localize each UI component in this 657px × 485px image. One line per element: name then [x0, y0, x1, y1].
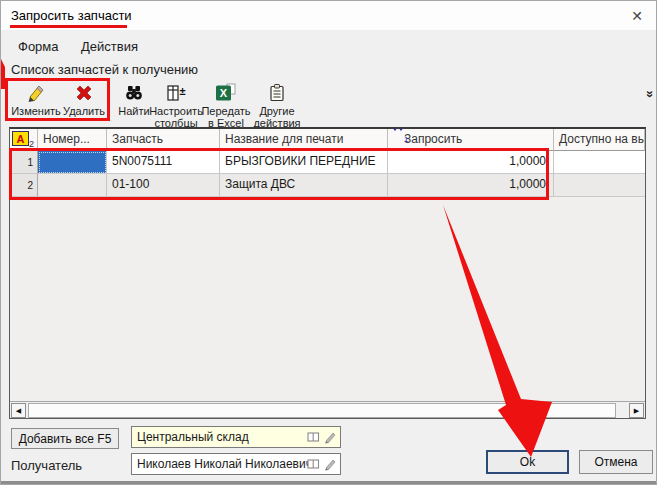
cell-available[interactable]: [554, 174, 645, 197]
edit-button[interactable]: Изменить: [9, 81, 63, 117]
table-row[interactable]: 1 5N0075111 БРЫЗГОВИКИ ПЕРЕДНИЕ 1,0000: [10, 151, 645, 174]
cell-print-name[interactable]: БРЫЗГОВИКИ ПЕРЕДНИЕ: [220, 151, 388, 174]
other-actions-button[interactable]: Другие действия: [250, 81, 304, 129]
cell-number[interactable]: [38, 174, 107, 197]
menu-deystviya[interactable]: Действия: [77, 37, 142, 56]
scroll-right-icon[interactable]: ▶: [629, 403, 644, 418]
delete-x-icon: [57, 81, 111, 105]
window-bottom-border: [1, 481, 656, 484]
pencil-icon: [9, 81, 63, 105]
cell-available[interactable]: [554, 151, 645, 174]
configure-columns-button[interactable]: ± Настроить столбцы: [149, 81, 203, 129]
delete-button[interactable]: Удалить: [57, 81, 111, 117]
column-header-part[interactable]: Запчасть: [107, 129, 220, 151]
cell-part[interactable]: 5N0075111: [107, 151, 220, 174]
cell-print-name[interactable]: Защита ДВС: [220, 174, 388, 197]
close-icon[interactable]: ✕: [626, 6, 648, 26]
toolbar-overflow-icon[interactable]: »: [640, 88, 657, 100]
sort-indicator-icon: 1: [392, 131, 402, 145]
edit-pencil-icon[interactable]: [323, 430, 337, 447]
warehouse-field[interactable]: Центральный склад: [131, 426, 341, 448]
recipient-label: Получатель: [11, 458, 82, 473]
catalog-book-icon[interactable]: [307, 457, 320, 474]
column-header-print-name[interactable]: Название для печати: [220, 129, 388, 151]
table-corner-cell[interactable]: A 2: [10, 129, 38, 151]
selected-cell[interactable]: [38, 151, 107, 174]
menu-forma[interactable]: Форма: [14, 37, 63, 56]
annotation-title-underline: [10, 25, 127, 28]
cancel-button[interactable]: Отмена: [579, 450, 653, 474]
scrollbar-thumb[interactable]: [28, 403, 616, 418]
column-header-available[interactable]: Доступно на выбра: [554, 129, 645, 151]
cell-qty[interactable]: 1,0000: [388, 151, 554, 174]
cell-part[interactable]: 01-100: [107, 174, 220, 197]
clipboard-icon: [250, 81, 304, 105]
cell-qty[interactable]: 1,0000: [388, 174, 554, 197]
recipient-field[interactable]: Николаев Николай Николаевич: [131, 453, 341, 475]
title-bar: Запросить запчасти ✕: [1, 1, 656, 30]
svg-text:±: ±: [180, 85, 186, 97]
scroll-left-icon[interactable]: ◀: [11, 403, 26, 418]
export-excel-button[interactable]: X Передать в Excel: [199, 81, 253, 129]
add-all-button[interactable]: Добавить все F5: [11, 428, 119, 449]
horizontal-scrollbar[interactable]: ◀ ▶: [10, 401, 645, 418]
columns-settings-icon: ±: [149, 81, 203, 105]
ok-button[interactable]: Ok: [486, 450, 569, 474]
svg-text:X: X: [220, 87, 228, 99]
section-label: Список запчастей к получению: [11, 62, 198, 77]
parts-table: A 2 Номер... Запчасть Название для печат…: [9, 127, 646, 419]
column-header-number[interactable]: Номер...: [38, 129, 107, 151]
excel-icon: X: [199, 81, 253, 105]
column-header-request[interactable]: 1 Запросить: [388, 129, 554, 151]
edit-pencil-icon[interactable]: [323, 457, 337, 474]
table-row[interactable]: 2 01-100 Защита ДВС 1,0000: [10, 174, 645, 197]
select-all-badge[interactable]: A: [12, 131, 29, 146]
dialog-title: Запросить запчасти: [11, 8, 132, 23]
table-header-row: A 2 Номер... Запчасть Название для печат…: [10, 129, 645, 151]
dialog-window: Запросить запчасти ✕ Форма Действия Спис…: [0, 0, 657, 485]
row-number-cell[interactable]: 1: [10, 151, 38, 174]
catalog-book-icon[interactable]: [307, 430, 320, 447]
row-count-badge: 2: [29, 139, 34, 149]
row-number-cell[interactable]: 2: [10, 174, 38, 197]
